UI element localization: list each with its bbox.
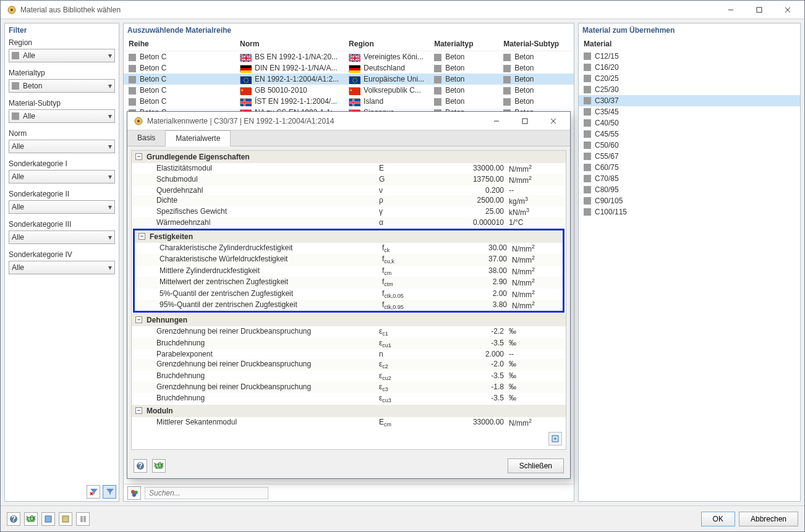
tab-basis[interactable]: Basis xyxy=(127,130,165,146)
collapse-icon[interactable]: − xyxy=(135,316,142,323)
collapse-icon[interactable]: − xyxy=(135,153,142,160)
list-item[interactable]: C20/25 xyxy=(579,73,800,84)
tool1-button[interactable] xyxy=(41,512,55,526)
filter-combo-0[interactable]: Alle ▾ xyxy=(9,49,115,62)
table-row[interactable]: Beton C BS EN 1992-1-1/NA:20... Vereinig… xyxy=(124,51,574,63)
property-row: 95%-Quantil der zentrischen Zugfestigkei… xyxy=(135,300,563,311)
property-row: Mittelwert der zentrischen Zugfestigkeit… xyxy=(135,277,563,288)
prop-value: 25.00 xyxy=(416,207,509,217)
modal-close-action-button[interactable]: Schließen xyxy=(508,458,564,473)
chevron-down-icon: ▾ xyxy=(108,112,112,120)
swatch-icon xyxy=(584,108,591,116)
filter-combo-3[interactable]: Alle ▾ xyxy=(9,140,115,153)
property-row: Charakteristische Zylinderdruckfestigkei… xyxy=(135,243,563,254)
swatch-icon xyxy=(129,65,136,72)
prop-symbol: α xyxy=(379,218,416,227)
tab-materialwerte[interactable]: Materialwerte xyxy=(165,130,231,146)
list-item[interactable]: C55/67 xyxy=(579,151,800,162)
material-properties-dialog: Materialkennwerte | C30/37 | EN 1992-1-1… xyxy=(127,111,571,479)
combo-value: Alle xyxy=(12,233,108,242)
tool2-button[interactable] xyxy=(59,512,72,526)
filter-combo-1[interactable]: Beton ▾ xyxy=(9,79,115,93)
prop-label: Bruchdehnung xyxy=(156,394,379,403)
material-label: C100/115 xyxy=(595,208,627,216)
maximize-button[interactable] xyxy=(745,1,773,19)
filter-label: Region xyxy=(9,38,115,47)
group-header[interactable]: −Grundlegende Eigenschaften xyxy=(132,151,566,163)
svg-rect-10 xyxy=(241,65,252,68)
group-header[interactable]: −Moduln xyxy=(132,405,566,417)
list-item[interactable]: C12/15 xyxy=(579,51,800,62)
modal-minimize-button[interactable] xyxy=(482,112,511,130)
column-header[interactable]: Materialtyp xyxy=(429,37,498,51)
list-item[interactable]: C40/50 xyxy=(579,117,800,129)
filter-label: Norm xyxy=(9,129,115,138)
svg-rect-34 xyxy=(241,88,252,95)
modal-units-button[interactable]: 0,00 xyxy=(152,459,166,473)
modal-maximize-button[interactable] xyxy=(511,112,539,130)
list-item[interactable]: C80/95 xyxy=(579,184,800,195)
table-row[interactable]: Beton C GB 50010-2010 Volksrepublik C...… xyxy=(124,85,574,96)
filter-combo-7[interactable]: Alle ▾ xyxy=(9,261,115,274)
filter-combo-4[interactable]: Alle ▾ xyxy=(9,170,115,184)
ok-button[interactable]: OK xyxy=(701,512,735,526)
minimize-button[interactable] xyxy=(717,1,745,19)
prop-unit: N/mm2 xyxy=(512,289,561,299)
table-row[interactable]: Beton C DIN EN 1992-1-1/NA/A... Deutschl… xyxy=(124,62,574,74)
modal-help-button[interactable]: ? xyxy=(134,459,147,473)
prop-value: 38.00 xyxy=(419,266,512,276)
swatch-icon xyxy=(584,175,591,182)
material-label: C20/25 xyxy=(595,74,619,83)
table-row[interactable]: Beton C ÍST EN 1992-1-1:2004/... Island … xyxy=(124,96,574,107)
filter-combo-5[interactable]: Alle ▾ xyxy=(9,200,115,214)
group-header[interactable]: −Dehnungen xyxy=(132,314,566,326)
cancel-button[interactable]: Abbrechen xyxy=(739,512,798,526)
tool3-button[interactable] xyxy=(76,512,90,526)
filter-combo-2[interactable]: Alle ▾ xyxy=(9,109,115,123)
help-button[interactable]: ? xyxy=(7,512,20,526)
units-button[interactable]: 0,00 xyxy=(24,512,38,526)
column-header[interactable]: Norm xyxy=(235,37,344,51)
list-item[interactable]: C100/115 xyxy=(579,206,800,217)
svg-rect-14 xyxy=(349,68,360,70)
prop-symbol: εc3 xyxy=(379,382,416,392)
list-item[interactable]: C90/105 xyxy=(579,195,800,206)
collapse-icon[interactable]: − xyxy=(138,233,145,240)
property-row: Bruchdehnung εcu1 -3.5 ‰ xyxy=(132,338,566,349)
list-item[interactable]: C60/75 xyxy=(579,162,800,173)
column-header[interactable]: Material-Subtyp xyxy=(498,37,574,51)
list-item[interactable]: C35/45 xyxy=(579,106,800,117)
svg-rect-70 xyxy=(522,119,527,124)
list-item[interactable]: C25/30 xyxy=(579,84,800,95)
modal-close-button[interactable] xyxy=(539,112,568,130)
list-item[interactable]: C50/60 xyxy=(579,140,800,151)
group-header[interactable]: −Festigkeiten xyxy=(135,230,563,243)
export-icon[interactable] xyxy=(548,432,562,445)
property-grid[interactable]: −Grundlegende EigenschaftenElastizitätsm… xyxy=(131,150,566,450)
clear-filter-button[interactable] xyxy=(87,485,100,499)
prop-label: Parabelexponent xyxy=(156,350,379,358)
list-item[interactable]: C70/85 xyxy=(579,173,800,184)
list-item[interactable]: C16/20 xyxy=(579,62,800,73)
column-header[interactable]: Reihe xyxy=(124,37,235,51)
color-picker-button[interactable] xyxy=(127,486,141,500)
prop-value: 33000.00 xyxy=(416,418,509,428)
list-item[interactable]: C30/37 xyxy=(579,95,800,106)
svg-rect-36 xyxy=(349,88,360,95)
column-header[interactable]: Region xyxy=(344,37,429,51)
svg-text:0,00: 0,00 xyxy=(27,515,35,523)
svg-rect-65 xyxy=(80,516,83,522)
prop-symbol: εc2 xyxy=(379,360,416,369)
property-row: Mittlerer Sekantenmodul Ecm 33000.00 N/m… xyxy=(132,417,566,428)
swatch-icon xyxy=(503,65,511,72)
search-input[interactable] xyxy=(145,487,268,499)
apply-filter-button[interactable] xyxy=(103,485,116,499)
list-item[interactable]: C45/55 xyxy=(579,129,800,140)
filter-combo-6[interactable]: Alle ▾ xyxy=(9,230,115,244)
close-button[interactable] xyxy=(773,1,802,19)
modal-title: Materialkennwerte | C30/37 | EN 1992-1-1… xyxy=(147,117,482,125)
table-row[interactable]: Beton C EN 1992-1-1:2004/A1:2... Europäi… xyxy=(124,74,574,85)
material-label: C80/95 xyxy=(595,185,619,194)
prop-value: -2.0 xyxy=(416,360,509,369)
collapse-icon[interactable]: − xyxy=(135,407,142,414)
